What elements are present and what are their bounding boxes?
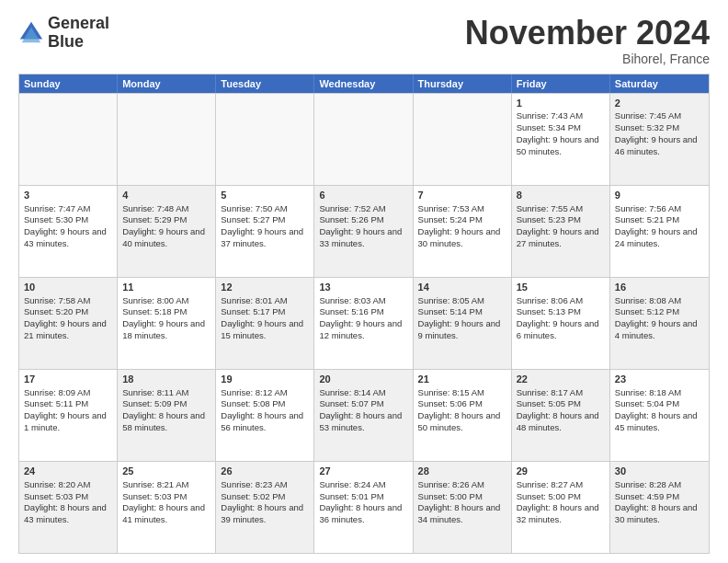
day-info: Sunrise: 8:11 AM Sunset: 5:09 PM Dayligh…	[122, 387, 205, 432]
day-number: 13	[319, 281, 407, 294]
day-number: 15	[517, 281, 605, 294]
day-number: 4	[122, 189, 210, 202]
day-number: 28	[418, 465, 506, 478]
day-number: 11	[122, 281, 210, 294]
day-info: Sunrise: 8:27 AM Sunset: 5:00 PM Dayligh…	[517, 479, 599, 524]
logo: General Blue	[18, 15, 109, 52]
day-info: Sunrise: 8:20 AM Sunset: 5:03 PM Dayligh…	[24, 479, 107, 524]
calendar-cell: 17Sunrise: 8:09 AM Sunset: 5:11 PM Dayli…	[19, 370, 118, 461]
day-info: Sunrise: 8:08 AM Sunset: 5:12 PM Dayligh…	[615, 295, 698, 340]
calendar-cell: 29Sunrise: 8:27 AM Sunset: 5:00 PM Dayli…	[512, 462, 610, 553]
title-block: November 2024 Bihorel, France	[465, 15, 710, 66]
day-number: 1	[517, 97, 605, 110]
calendar-header: SundayMondayTuesdayWednesdayThursdayFrid…	[19, 75, 709, 93]
day-info: Sunrise: 8:00 AM Sunset: 5:18 PM Dayligh…	[122, 295, 205, 340]
day-info: Sunrise: 8:24 AM Sunset: 5:01 PM Dayligh…	[319, 479, 402, 524]
day-info: Sunrise: 7:55 AM Sunset: 5:23 PM Dayligh…	[517, 203, 599, 248]
day-info: Sunrise: 8:28 AM Sunset: 4:59 PM Dayligh…	[615, 479, 698, 524]
day-info: Sunrise: 7:53 AM Sunset: 5:24 PM Dayligh…	[418, 203, 501, 248]
logo-text: General Blue	[48, 15, 109, 52]
day-number: 12	[221, 281, 309, 294]
header-day-tuesday: Tuesday	[216, 75, 314, 93]
calendar-cell: 18Sunrise: 8:11 AM Sunset: 5:09 PM Dayli…	[118, 370, 216, 461]
subtitle: Bihorel, France	[465, 52, 710, 66]
calendar-row-3: 17Sunrise: 8:09 AM Sunset: 5:11 PM Dayli…	[19, 369, 709, 461]
day-number: 21	[418, 373, 506, 386]
day-info: Sunrise: 7:45 AM Sunset: 5:32 PM Dayligh…	[615, 110, 698, 155]
day-number: 19	[221, 373, 309, 386]
day-info: Sunrise: 8:06 AM Sunset: 5:13 PM Dayligh…	[517, 295, 599, 340]
calendar-cell: 23Sunrise: 8:18 AM Sunset: 5:04 PM Dayli…	[610, 370, 709, 461]
day-number: 29	[517, 465, 605, 478]
calendar-body: 1Sunrise: 7:43 AM Sunset: 5:34 PM Daylig…	[19, 93, 709, 553]
calendar-cell: 12Sunrise: 8:01 AM Sunset: 5:17 PM Dayli…	[216, 278, 314, 369]
day-number: 18	[122, 373, 210, 386]
day-number: 10	[24, 281, 112, 294]
calendar-cell: 16Sunrise: 8:08 AM Sunset: 5:12 PM Dayli…	[610, 278, 709, 369]
day-info: Sunrise: 8:15 AM Sunset: 5:06 PM Dayligh…	[418, 387, 501, 432]
day-info: Sunrise: 7:50 AM Sunset: 5:27 PM Dayligh…	[221, 203, 303, 248]
calendar-row-2: 10Sunrise: 7:58 AM Sunset: 5:20 PM Dayli…	[19, 277, 709, 369]
logo-icon	[18, 20, 44, 46]
day-info: Sunrise: 7:48 AM Sunset: 5:29 PM Dayligh…	[122, 203, 205, 248]
day-info: Sunrise: 8:21 AM Sunset: 5:03 PM Dayligh…	[122, 479, 205, 524]
day-number: 3	[24, 189, 112, 202]
day-number: 14	[418, 281, 506, 294]
day-info: Sunrise: 8:03 AM Sunset: 5:16 PM Dayligh…	[319, 295, 402, 340]
day-number: 16	[615, 281, 704, 294]
calendar-cell: 8Sunrise: 7:55 AM Sunset: 5:23 PM Daylig…	[512, 186, 610, 277]
day-number: 25	[122, 465, 210, 478]
day-number: 30	[615, 465, 704, 478]
calendar-cell: 5Sunrise: 7:50 AM Sunset: 5:27 PM Daylig…	[216, 186, 314, 277]
day-number: 23	[615, 373, 704, 386]
calendar-cell: 6Sunrise: 7:52 AM Sunset: 5:26 PM Daylig…	[314, 186, 413, 277]
day-number: 24	[24, 465, 112, 478]
calendar-cell	[118, 94, 216, 185]
day-info: Sunrise: 8:14 AM Sunset: 5:07 PM Dayligh…	[319, 387, 402, 432]
header-day-monday: Monday	[118, 75, 216, 93]
calendar-cell: 27Sunrise: 8:24 AM Sunset: 5:01 PM Dayli…	[314, 462, 413, 553]
calendar-cell: 30Sunrise: 8:28 AM Sunset: 4:59 PM Dayli…	[610, 462, 709, 553]
header-day-friday: Friday	[512, 75, 610, 93]
calendar-cell: 2Sunrise: 7:45 AM Sunset: 5:32 PM Daylig…	[610, 94, 709, 185]
day-number: 2	[615, 97, 704, 110]
main-title: November 2024	[465, 15, 710, 52]
calendar-cell: 10Sunrise: 7:58 AM Sunset: 5:20 PM Dayli…	[19, 278, 118, 369]
day-info: Sunrise: 8:17 AM Sunset: 5:05 PM Dayligh…	[517, 387, 599, 432]
calendar-cell	[314, 94, 413, 185]
calendar-cell: 7Sunrise: 7:53 AM Sunset: 5:24 PM Daylig…	[414, 186, 512, 277]
calendar-cell	[216, 94, 314, 185]
day-info: Sunrise: 7:47 AM Sunset: 5:30 PM Dayligh…	[24, 203, 107, 248]
calendar-row-4: 24Sunrise: 8:20 AM Sunset: 5:03 PM Dayli…	[19, 461, 709, 553]
day-number: 22	[517, 373, 605, 386]
day-info: Sunrise: 8:01 AM Sunset: 5:17 PM Dayligh…	[221, 295, 303, 340]
calendar-cell: 20Sunrise: 8:14 AM Sunset: 5:07 PM Dayli…	[314, 370, 413, 461]
day-info: Sunrise: 7:52 AM Sunset: 5:26 PM Dayligh…	[319, 203, 402, 248]
calendar-cell: 11Sunrise: 8:00 AM Sunset: 5:18 PM Dayli…	[118, 278, 216, 369]
day-info: Sunrise: 8:26 AM Sunset: 5:00 PM Dayligh…	[418, 479, 501, 524]
day-number: 7	[418, 189, 506, 202]
calendar-row-1: 3Sunrise: 7:47 AM Sunset: 5:30 PM Daylig…	[19, 185, 709, 277]
page: General Blue November 2024 Bihorel, Fran…	[0, 0, 728, 563]
day-info: Sunrise: 7:43 AM Sunset: 5:34 PM Dayligh…	[517, 110, 599, 155]
day-info: Sunrise: 8:23 AM Sunset: 5:02 PM Dayligh…	[221, 479, 303, 524]
day-number: 17	[24, 373, 112, 386]
day-info: Sunrise: 7:58 AM Sunset: 5:20 PM Dayligh…	[24, 295, 107, 340]
calendar-cell: 1Sunrise: 7:43 AM Sunset: 5:34 PM Daylig…	[512, 94, 610, 185]
calendar-cell: 14Sunrise: 8:05 AM Sunset: 5:14 PM Dayli…	[414, 278, 512, 369]
calendar-cell: 22Sunrise: 8:17 AM Sunset: 5:05 PM Dayli…	[512, 370, 610, 461]
calendar-cell: 28Sunrise: 8:26 AM Sunset: 5:00 PM Dayli…	[414, 462, 512, 553]
day-info: Sunrise: 8:09 AM Sunset: 5:11 PM Dayligh…	[24, 387, 107, 432]
day-info: Sunrise: 8:12 AM Sunset: 5:08 PM Dayligh…	[221, 387, 303, 432]
day-number: 27	[319, 465, 407, 478]
header-day-thursday: Thursday	[414, 75, 512, 93]
calendar-cell: 25Sunrise: 8:21 AM Sunset: 5:03 PM Dayli…	[118, 462, 216, 553]
header-day-wednesday: Wednesday	[314, 75, 413, 93]
day-info: Sunrise: 8:05 AM Sunset: 5:14 PM Dayligh…	[418, 295, 501, 340]
day-number: 26	[221, 465, 309, 478]
day-number: 9	[615, 189, 704, 202]
day-info: Sunrise: 8:18 AM Sunset: 5:04 PM Dayligh…	[615, 387, 698, 432]
calendar-cell	[414, 94, 512, 185]
day-number: 20	[319, 373, 407, 386]
calendar-cell: 4Sunrise: 7:48 AM Sunset: 5:29 PM Daylig…	[118, 186, 216, 277]
